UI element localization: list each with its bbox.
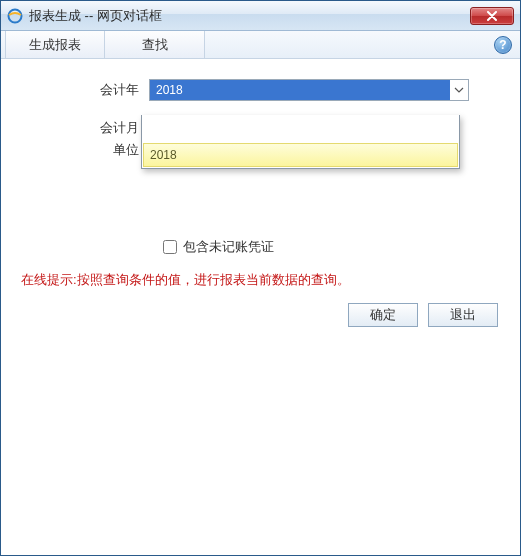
close-icon — [486, 11, 498, 21]
search-button[interactable]: 查找 — [105, 31, 205, 58]
close-button[interactable] — [470, 7, 514, 25]
dropdown-option-2018[interactable]: 2018 — [143, 143, 458, 167]
button-row: 确定 退出 — [19, 303, 502, 327]
content-area: 会计年 2018 会计月 单位 2018 包含未记账凭证 在线提示:按照查询条件… — [1, 59, 520, 555]
dropdown-blank-option[interactable] — [142, 115, 459, 143]
year-dropdown: 2018 — [141, 115, 460, 169]
include-unposted-label: 包含未记账凭证 — [183, 238, 274, 256]
label-month: 会计月 — [19, 119, 149, 137]
combo-year-value: 2018 — [150, 80, 450, 100]
online-tip: 在线提示:按照查询条件的值，进行报表当前数据的查询。 — [21, 271, 502, 289]
label-unit: 单位 — [19, 141, 149, 159]
label-year: 会计年 — [19, 81, 149, 99]
titlebar: 报表生成 -- 网页对话框 — [1, 1, 520, 31]
combo-year[interactable]: 2018 — [149, 79, 469, 101]
ie-icon — [7, 8, 23, 24]
include-unposted-checkbox[interactable] — [163, 240, 177, 254]
generate-report-button[interactable]: 生成报表 — [5, 31, 105, 58]
toolbar: 生成报表 查找 ? — [1, 31, 520, 59]
svg-point-0 — [9, 9, 22, 22]
ok-button[interactable]: 确定 — [348, 303, 418, 327]
exit-button[interactable]: 退出 — [428, 303, 498, 327]
window-title: 报表生成 -- 网页对话框 — [29, 7, 470, 25]
dialog-window: 报表生成 -- 网页对话框 生成报表 查找 ? 会计年 2018 会计月 单 — [0, 0, 521, 556]
chevron-down-icon — [450, 87, 468, 93]
row-include-unposted: 包含未记账凭证 — [159, 237, 502, 257]
help-icon[interactable]: ? — [494, 36, 512, 54]
row-year: 会计年 2018 — [19, 79, 502, 101]
